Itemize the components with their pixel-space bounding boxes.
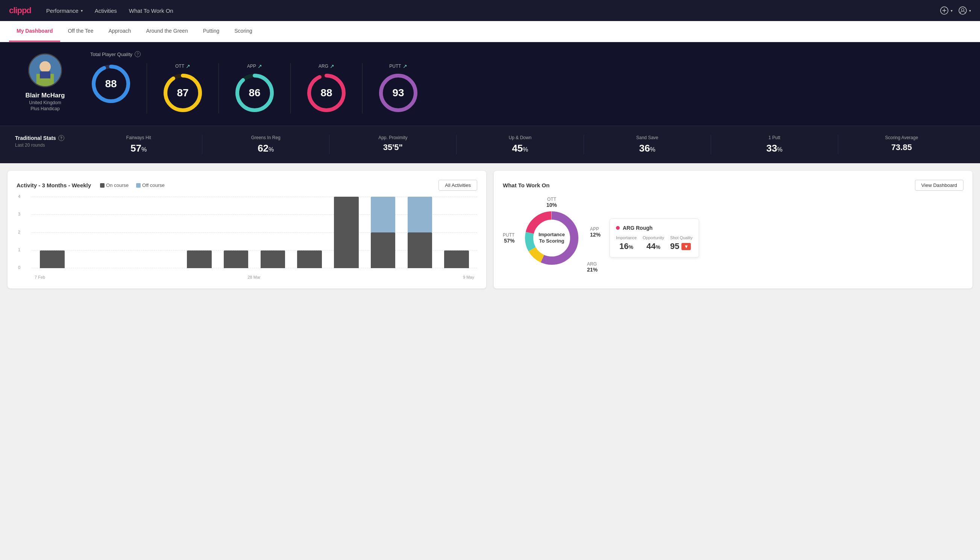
user-chevron-icon: ▾: [969, 8, 971, 13]
score-app-label: APP ↗: [247, 63, 262, 69]
trad-subtitle: Last 20 rounds: [15, 143, 75, 148]
donut-svg: Importance To Scoring: [522, 208, 582, 268]
bar-on-11: [444, 250, 469, 268]
svg-point-7: [40, 61, 51, 73]
stat-sand-save: Sand Save 36%: [584, 135, 711, 154]
bar-off-9: [371, 197, 396, 232]
ring-putt: 93: [378, 72, 419, 113]
view-dashboard-button[interactable]: View Dashboard: [915, 180, 963, 191]
scores-section: Total Player Quality ? 88: [90, 51, 965, 113]
putt-outer-label: PUTT 57%: [503, 232, 514, 244]
score-arg-label: ARG ↗: [318, 63, 334, 69]
svg-text:To Scoring: To Scoring: [539, 238, 564, 244]
score-ott-label: OTT ↗: [175, 63, 190, 69]
score-ott: OTT ↗ 87: [147, 63, 219, 113]
chart-legend: On course Off course: [100, 182, 165, 188]
nav-activities[interactable]: Activities: [95, 8, 117, 14]
info-card: ARG Rough Importance 16% Opportunity 44%…: [610, 218, 699, 258]
trad-help-icon[interactable]: ?: [58, 135, 64, 141]
tab-around-the-green[interactable]: Around the Green: [138, 21, 195, 42]
bar-off-10: [408, 197, 433, 232]
tab-putting[interactable]: Putting: [196, 21, 227, 42]
ring-total: 88: [90, 63, 131, 105]
bar-group-10: [403, 197, 438, 268]
app-trend-icon: ↗: [258, 63, 262, 69]
stat-app-proximity: App. Proximity 35'5": [329, 135, 456, 154]
tpq-label: Total Player Quality ?: [90, 51, 965, 57]
tpq-help-icon[interactable]: ?: [135, 51, 141, 57]
off-course-dot: [136, 183, 141, 188]
ring-arg: 88: [306, 72, 347, 113]
stat-1-putt: 1 Putt 33%: [711, 135, 838, 154]
all-activities-button[interactable]: All Activities: [438, 180, 477, 191]
bars-container: [32, 197, 477, 268]
nav-what-to-work-on[interactable]: What To Work On: [129, 8, 173, 14]
tabs-bar: My Dashboard Off the Tee Approach Around…: [0, 21, 980, 42]
score-ott-value: 87: [177, 87, 188, 99]
tab-my-dashboard[interactable]: My Dashboard: [9, 21, 60, 42]
add-button[interactable]: ▾: [940, 7, 953, 15]
score-app-value: 86: [249, 87, 260, 99]
tab-approach[interactable]: Approach: [101, 21, 138, 42]
arg-trend-icon: ↗: [330, 63, 334, 69]
bar-on-6: [261, 250, 285, 268]
what-to-work-on-panel: What To Work On View Dashboard PUTT 57% …: [494, 171, 972, 288]
stat-fairways-hit: Fairways Hit 57%: [75, 135, 202, 154]
x-label-feb: 7 Feb: [35, 275, 45, 280]
player-handicap: Plus Handicap: [30, 106, 60, 111]
nav-links: Performance ▾ Activities What To Work On: [46, 8, 940, 14]
activity-panel: Activity - 3 Months - Weekly On course O…: [8, 171, 486, 288]
info-card-stats: Importance 16% Opportunity 44% Shot Qual…: [616, 235, 693, 251]
svg-point-4: [962, 8, 964, 11]
score-putt-value: 93: [392, 87, 404, 99]
tab-scoring[interactable]: Scoring: [227, 21, 260, 42]
bar-group-5: [218, 197, 254, 268]
legend-on-course: On course: [100, 182, 129, 188]
stats-list: Fairways Hit 57% Greens In Reg 62% App. …: [75, 135, 965, 154]
donut-chart-area: PUTT 57% OTT 10% APP 12% ARG: [503, 197, 601, 280]
stats-bar: Traditional Stats ? Last 20 rounds Fairw…: [0, 126, 980, 163]
bar-on-7: [297, 250, 322, 268]
stat-greens-in-reg: Greens In Reg 62%: [202, 135, 329, 154]
stat-opportunity: Opportunity 44%: [643, 235, 664, 251]
activity-panel-title: Activity - 3 Months - Weekly: [17, 182, 91, 188]
hero-section: Blair McHarg United Kingdom Plus Handica…: [0, 42, 980, 126]
wtwon-title: What To Work On: [503, 182, 549, 188]
tab-off-the-tee[interactable]: Off the Tee: [60, 21, 101, 42]
on-course-dot: [100, 183, 105, 188]
nav-performance[interactable]: Performance ▾: [46, 8, 83, 14]
putt-trend-icon: ↗: [403, 63, 407, 69]
legend-off-course: Off course: [136, 182, 165, 188]
user-button[interactable]: ▾: [958, 7, 971, 15]
bar-chart: 4 3 2 1 0 7 Feb 28 Mar 9 May: [17, 197, 477, 280]
x-label-may: 9 May: [463, 275, 474, 280]
stat-shot-quality: Shot Quality 95 ▼: [670, 235, 693, 251]
activity-panel-header: Activity - 3 Months - Weekly On course O…: [17, 180, 477, 191]
performance-chevron-icon: ▾: [81, 8, 83, 13]
add-chevron-icon: ▾: [951, 8, 953, 13]
traditional-stats-label: Traditional Stats ? Last 20 rounds: [15, 135, 75, 148]
arg-rough-dot: [616, 226, 620, 230]
score-app: APP ↗ 86: [219, 63, 291, 113]
bar-group-8: [329, 197, 364, 268]
arg-outer-label: ARG 21%: [587, 262, 597, 273]
bar-group-3: [145, 197, 180, 268]
svg-rect-8: [40, 72, 50, 78]
wtwon-panel-header: What To Work On View Dashboard: [503, 180, 963, 191]
score-total-value: 88: [105, 78, 116, 90]
bar-group-4: [181, 197, 217, 268]
profile-section: Blair McHarg United Kingdom Plus Handica…: [15, 53, 75, 111]
logo: clippd: [9, 6, 31, 15]
bar-on-8: [334, 197, 359, 268]
bar-group-0: [35, 197, 70, 268]
ring-app: 86: [234, 72, 275, 113]
top-nav: clippd Performance ▾ Activities What To …: [0, 0, 980, 21]
ott-trend-icon: ↗: [186, 63, 190, 69]
score-arg: ARG ↗ 88: [291, 63, 363, 113]
bottom-panels: Activity - 3 Months - Weekly On course O…: [0, 163, 980, 296]
score-putt-label: PUTT ↗: [389, 63, 407, 69]
ott-outer-label: OTT 10%: [546, 197, 557, 208]
svg-text:Importance: Importance: [539, 232, 565, 237]
avatar: [28, 53, 62, 87]
info-card-title: ARG Rough: [616, 225, 693, 231]
